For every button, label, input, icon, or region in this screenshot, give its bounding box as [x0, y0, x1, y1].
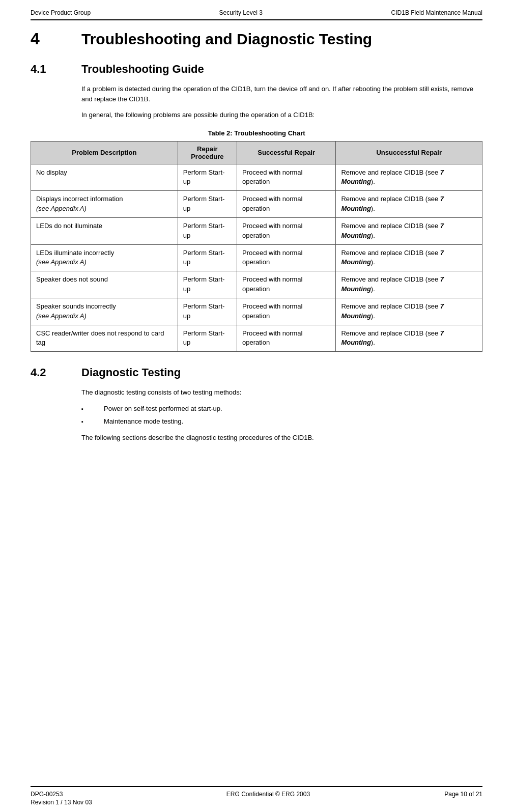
troubleshooting-table: Problem Description RepairProcedure Succ…	[31, 141, 482, 352]
cell-unsuccessful: Remove and replace CID1B (see 7 Mounting…	[336, 325, 482, 352]
cell-unsuccessful: Remove and replace CID1B (see 7 Mounting…	[336, 217, 482, 244]
table-row: No displayPerform Start-upProceed with n…	[31, 164, 482, 191]
cell-problem: Displays incorrect information(see Appen…	[31, 191, 178, 218]
chapter-heading: 4 Troubleshooting and Diagnostic Testing	[31, 30, 482, 48]
bullet-item-2: Maintenance mode testing.	[81, 416, 482, 427]
bullet-2-text: Maintenance mode testing.	[104, 416, 183, 427]
footer-page: Page 10 of 21	[444, 791, 482, 806]
page-header: Device Product Group Security Level 3 CI…	[31, 0, 482, 20]
header-center: Security Level 3	[219, 9, 263, 16]
cell-repair: Perform Start-up	[178, 217, 237, 244]
table-row: Displays incorrect information(see Appen…	[31, 191, 482, 218]
section-41-heading: 4.1 Troubleshooting Guide	[31, 63, 482, 76]
header-right: CID1B Field Maintenance Manual	[391, 9, 482, 16]
cell-repair: Perform Start-up	[178, 271, 237, 298]
section-42-number: 4.2	[31, 366, 61, 379]
bullet-list: Power on self-test performed at start-up…	[81, 404, 482, 427]
cell-repair: Perform Start-up	[178, 191, 237, 218]
main-content: 4 Troubleshooting and Diagnostic Testing…	[31, 20, 482, 786]
cell-successful: Proceed with normal operation	[237, 217, 335, 244]
section-42-title: Diagnostic Testing	[81, 366, 181, 379]
table-row: LEDs illuminate incorrectly(see Appendix…	[31, 244, 482, 271]
section-42-para1: The diagnostic testing consists of two t…	[81, 387, 482, 398]
cell-problem: Speaker sounds incorrectly(see Appendix …	[31, 298, 178, 325]
table-row: Speaker sounds incorrectly(see Appendix …	[31, 298, 482, 325]
section-41-number: 4.1	[31, 63, 61, 76]
col-unsuccessful: Unsuccessful Repair	[336, 141, 482, 164]
cell-problem: Speaker does not sound	[31, 271, 178, 298]
cell-successful: Proceed with normal operation	[237, 271, 335, 298]
cell-unsuccessful: Remove and replace CID1B (see 7 Mounting…	[336, 164, 482, 191]
footer-center: ERG Confidential © ERG 2003	[226, 791, 310, 806]
cell-successful: Proceed with normal operation	[237, 325, 335, 352]
bullet-item-1: Power on self-test performed at start-up…	[81, 404, 482, 414]
section-41-para1: If a problem is detected during the oper…	[81, 84, 482, 104]
section-41-title: Troubleshooting Guide	[81, 63, 204, 76]
col-successful: Successful Repair	[237, 141, 335, 164]
table-row: LEDs do not illuminatePerform Start-upPr…	[31, 217, 482, 244]
cell-successful: Proceed with normal operation	[237, 298, 335, 325]
section-41-para2: In general, the following problems are p…	[81, 110, 482, 120]
cell-successful: Proceed with normal operation	[237, 191, 335, 218]
table-header-row: Problem Description RepairProcedure Succ…	[31, 141, 482, 164]
cell-repair: Perform Start-up	[178, 244, 237, 271]
table-row: Speaker does not soundPerform Start-upPr…	[31, 271, 482, 298]
cell-problem: CSC reader/writer does not respond to ca…	[31, 325, 178, 352]
page: Device Product Group Security Level 3 CI…	[0, 0, 513, 812]
chapter-title: Troubleshooting and Diagnostic Testing	[81, 31, 372, 48]
footer-dpg: DPG-00253	[31, 791, 92, 798]
section-42-para2: The following sections describe the diag…	[81, 433, 482, 443]
cell-successful: Proceed with normal operation	[237, 244, 335, 271]
cell-unsuccessful: Remove and replace CID1B (see 7 Mounting…	[336, 298, 482, 325]
cell-problem: LEDs illuminate incorrectly(see Appendix…	[31, 244, 178, 271]
footer-left: DPG-00253 Revision 1 / 13 Nov 03	[31, 791, 92, 806]
chapter-number: 4	[31, 30, 61, 48]
table-caption: Table 2: Troubleshooting Chart	[31, 129, 482, 137]
col-problem: Problem Description	[31, 141, 178, 164]
col-repair: RepairProcedure	[178, 141, 237, 164]
footer-revision: Revision 1 / 13 Nov 03	[31, 799, 92, 806]
section-42-heading: 4.2 Diagnostic Testing	[31, 366, 482, 379]
table-row: CSC reader/writer does not respond to ca…	[31, 325, 482, 352]
cell-unsuccessful: Remove and replace CID1B (see 7 Mounting…	[336, 271, 482, 298]
cell-repair: Perform Start-up	[178, 325, 237, 352]
cell-repair: Perform Start-up	[178, 164, 237, 191]
bullet-1-text: Power on self-test performed at start-up…	[104, 404, 222, 414]
cell-unsuccessful: Remove and replace CID1B (see 7 Mounting…	[336, 244, 482, 271]
cell-repair: Perform Start-up	[178, 298, 237, 325]
cell-problem: LEDs do not illuminate	[31, 217, 178, 244]
cell-unsuccessful: Remove and replace CID1B (see 7 Mounting…	[336, 191, 482, 218]
cell-successful: Proceed with normal operation	[237, 164, 335, 191]
cell-problem: No display	[31, 164, 178, 191]
header-left: Device Product Group	[31, 9, 91, 16]
page-footer: DPG-00253 Revision 1 / 13 Nov 03 ERG Con…	[31, 786, 482, 812]
